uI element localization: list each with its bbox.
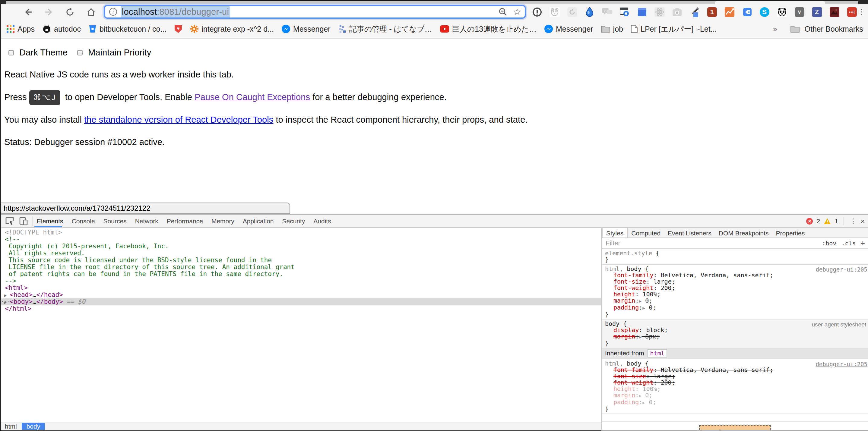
devtools-tab-audits[interactable]: Audits	[313, 218, 331, 225]
device-toolbar-icon[interactable]	[19, 217, 28, 226]
sidebar-tab-computed[interactable]: Computed	[628, 228, 664, 237]
panda-light-extension-icon[interactable]	[550, 7, 560, 17]
reload-button[interactable]	[63, 6, 76, 18]
devtools-tab-memory[interactable]: Memory	[211, 218, 234, 225]
sidebar-tab-dom-breakpoints[interactable]: DOM Breakpoints	[715, 228, 772, 237]
back-button[interactable]	[22, 6, 35, 18]
tree-node[interactable]: <!--	[0, 236, 601, 243]
bookmark-item[interactable]: 記事の管理 - はてなブ…	[338, 24, 432, 34]
onetab-extension-icon[interactable]: 1	[707, 7, 717, 17]
url-text[interactable]: localhost:8081/debugger-ui	[121, 6, 230, 18]
cls-toggle[interactable]: .cls	[841, 240, 856, 247]
error-badge-icon[interactable]: ×	[806, 218, 813, 225]
css-property[interactable]: font-size: large;	[605, 278, 868, 285]
bookmark-item[interactable]: job	[601, 25, 623, 33]
devtools-tab-performance[interactable]: Performance	[167, 218, 203, 225]
browser-menu-icon[interactable]: ⋮	[857, 7, 866, 18]
inspect-element-icon[interactable]	[5, 217, 14, 226]
lastpass-extension-icon[interactable]: •••|	[847, 7, 857, 17]
sidebar-tab-properties[interactable]: Properties	[772, 228, 809, 237]
tab-strip[interactable]	[0, 0, 868, 4]
warning-count[interactable]: 1	[835, 218, 838, 225]
bookmark-item[interactable]: integrate exp -x^2 d...	[190, 25, 274, 33]
color-picker-extension-icon[interactable]	[689, 7, 700, 17]
filter-input[interactable]: Filter	[606, 239, 822, 247]
bookmark-item[interactable]: ♥	[174, 25, 182, 33]
tree-node[interactable]: Copyright (c) 2015-present, Facebook, In…	[0, 243, 601, 250]
tree-node[interactable]: This source code is licensed under the B…	[0, 257, 601, 264]
tree-node[interactable]: </html>	[0, 305, 601, 312]
bookmark-star-icon[interactable]: ☆	[513, 7, 521, 16]
tag-extension-icon[interactable]	[742, 7, 752, 17]
css-property[interactable]: font-size: large;	[605, 373, 868, 379]
react-devtools-link[interactable]: the standalone version of React Develope…	[84, 115, 273, 125]
bookmark-item[interactable]: autodoc	[42, 25, 81, 33]
error-count[interactable]: 2	[816, 218, 820, 225]
devtools-tab-elements[interactable]: Elements	[37, 218, 63, 225]
bookmark-item[interactable]: Messenger	[545, 25, 593, 33]
refresh-extension-icon[interactable]	[567, 7, 577, 17]
blue-box-extension-icon[interactable]	[637, 7, 647, 17]
devtools-tab-application[interactable]: Application	[243, 218, 274, 225]
css-property[interactable]: padding:▶ 0;	[605, 399, 868, 406]
chart-extension-icon[interactable]	[724, 7, 735, 17]
dark-theme-checkbox[interactable]	[8, 50, 14, 56]
css-property[interactable]: font-family: Helvetica, Verdana, sans-se…	[605, 272, 868, 278]
map-pin-extension-icon[interactable]	[585, 7, 595, 17]
devtools-menu-icon[interactable]: ⋮	[849, 218, 857, 224]
warning-icon[interactable]	[824, 218, 831, 225]
stylesheet-link[interactable]: debugger-ui:205	[815, 361, 867, 367]
z-extension-icon[interactable]: Z	[812, 7, 822, 17]
react-devtools-extension-icon[interactable]	[654, 7, 665, 17]
bookmark-item[interactable]: 巨人の13連敗を止めた…	[440, 24, 536, 34]
address-bar[interactable]: i localhost:8081/debugger-ui ☆	[104, 5, 526, 19]
devtools-close-icon[interactable]: ×	[861, 217, 865, 226]
css-property[interactable]: height: 100%;	[605, 291, 868, 297]
tree-node-selected[interactable]: ···▶<body>…</body> == $0	[0, 298, 601, 305]
css-property[interactable]: margin:▶ 0;	[605, 392, 868, 399]
css-property[interactable]: font-weight: 200;	[605, 379, 868, 386]
css-property[interactable]: height: 100%;	[605, 386, 868, 392]
devtools-tab-network[interactable]: Network	[135, 218, 158, 225]
panda-dark-extension-icon[interactable]	[777, 7, 787, 17]
css-property[interactable]: padding:▶ 0;	[605, 304, 868, 311]
breadcrumb-body[interactable]: body	[22, 423, 45, 430]
screenshot-extension-icon[interactable]	[619, 7, 630, 17]
tree-node[interactable]: <!DOCTYPE html>	[0, 229, 601, 236]
stylesheet-link[interactable]: debugger-ui:205	[815, 266, 867, 273]
bookmark-item[interactable]: Messenger	[282, 25, 331, 33]
page-info-icon[interactable]: i	[109, 8, 117, 16]
maintain-priority-checkbox[interactable]	[77, 50, 83, 56]
css-property[interactable]: display: block;	[605, 327, 868, 333]
devtools-tab-security[interactable]: Security	[282, 218, 305, 225]
hov-toggle[interactable]: :hov	[822, 240, 836, 247]
inherited-node-link[interactable]: html	[648, 349, 667, 358]
zoom-out-icon[interactable]	[499, 7, 507, 16]
tree-node[interactable]: <html>	[0, 285, 601, 292]
new-style-rule-icon[interactable]: +	[861, 239, 865, 247]
pause-exceptions-link[interactable]: Pause On Caught Exceptions	[194, 92, 310, 102]
css-property[interactable]: font-weight: 200;	[605, 285, 868, 291]
home-button[interactable]	[85, 6, 98, 18]
stylesheet-link[interactable]: user agent stylesheet	[812, 321, 866, 328]
devtools-tab-sources[interactable]: Sources	[103, 218, 127, 225]
skype-extension-icon[interactable]: S	[760, 7, 770, 17]
speech-bubble-extension-icon[interactable]: a	[602, 7, 612, 17]
other-bookmarks-label[interactable]: Other Bookmarks	[804, 25, 863, 33]
devtools-tab-console[interactable]: Console	[72, 218, 95, 225]
tree-node[interactable]: All rights reserved.	[0, 250, 601, 257]
bookmarks-overflow-chevron[interactable]: »	[773, 25, 777, 34]
bookmark-item[interactable]: bitbucketcuon / co...	[89, 25, 166, 33]
tree-node[interactable]: of patent rights can be found in the PAT…	[0, 271, 601, 277]
css-property[interactable]: font-family: Helvetica, Verdana, sans-se…	[605, 367, 868, 373]
sidebar-tab-event-listeners[interactable]: Event Listeners	[664, 228, 715, 237]
forward-button[interactable]	[42, 6, 56, 18]
tree-node[interactable]: LICENSE file in the root directory of th…	[0, 264, 601, 271]
css-property[interactable]: margin:▶ 0;	[605, 297, 868, 304]
bookmark-item[interactable]: LPer [エルパー] ~Let...	[631, 24, 717, 34]
sidebar-tab-styles[interactable]: Styles	[602, 228, 628, 237]
tree-node[interactable]: ▶<head>…</head>	[0, 292, 601, 298]
eagle-extension-icon[interactable]	[829, 7, 840, 17]
active-tab-top[interactable]	[715, 1, 825, 4]
1password-extension-icon[interactable]	[532, 7, 542, 17]
